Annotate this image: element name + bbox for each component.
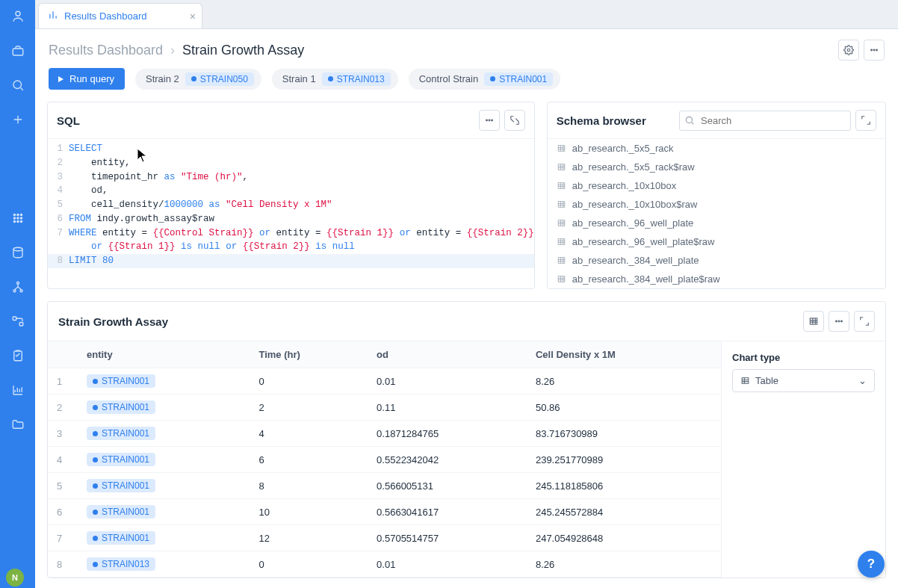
sql-line[interactable]: 6FROM indy.growth_assay$raw: [48, 212, 534, 226]
param-chip[interactable]: Strain 1STRAIN013: [272, 69, 398, 90]
svg-point-14: [13, 290, 16, 292]
svg-point-20: [871, 49, 873, 51]
left-nav-rail: N: [0, 0, 35, 588]
svg-point-5: [20, 214, 22, 215]
schema-item[interactable]: ab_research._96_well_plate$raw: [548, 232, 885, 251]
folder-icon[interactable]: [10, 417, 25, 432]
entity-tag[interactable]: STRAIN001: [87, 400, 155, 414]
svg-rect-28: [558, 164, 565, 170]
entity-tag[interactable]: STRAIN001: [87, 531, 155, 545]
results-expand-button[interactable]: [854, 311, 875, 332]
sql-line[interactable]: 2 entity,: [48, 156, 534, 170]
clipboard-icon[interactable]: [10, 348, 25, 363]
entity-tag[interactable]: STRAIN001: [87, 427, 155, 440]
sql-more-button[interactable]: [479, 110, 500, 131]
sql-line[interactable]: 4 od,: [48, 184, 534, 198]
table-row[interactable]: 8STRAIN01300.018.26: [48, 551, 721, 578]
column-header[interactable]: od: [368, 341, 527, 368]
schema-item[interactable]: ab_research._10x10box: [548, 176, 885, 195]
chart-type-select[interactable]: Table ⌄: [732, 369, 875, 392]
column-header[interactable]: Time (hr): [250, 341, 368, 368]
svg-point-19: [847, 49, 850, 52]
close-icon[interactable]: ×: [190, 10, 196, 22]
svg-point-38: [841, 321, 843, 322]
param-chip[interactable]: Control StrainSTRAIN001: [409, 69, 561, 90]
svg-point-7: [16, 217, 18, 219]
sql-line[interactable]: 7WHERE entity = {{Control Strain}} or en…: [48, 226, 534, 241]
svg-point-10: [16, 220, 18, 222]
sql-expand-button[interactable]: [504, 110, 525, 131]
more-button[interactable]: [864, 40, 885, 61]
schema-item[interactable]: ab_research._5x5_rack: [548, 139, 885, 158]
table-row[interactable]: 4STRAIN00160.5522342042239.251770989: [48, 447, 721, 473]
run-query-button[interactable]: Run query: [49, 68, 125, 90]
sql-editor[interactable]: 1SELECT2 entity,3 timepoint_hr as "Time …: [48, 138, 534, 288]
schema-expand-button[interactable]: [855, 110, 876, 131]
chart-icon[interactable]: [10, 383, 25, 397]
help-button[interactable]: ?: [858, 551, 885, 578]
schema-item[interactable]: ab_research._96_well_plate: [548, 214, 885, 232]
entity-tag[interactable]: STRAIN013: [87, 557, 155, 571]
entity-tag[interactable]: STRAIN001: [87, 479, 155, 492]
column-header[interactable]: entity: [78, 341, 250, 368]
svg-point-26: [686, 117, 692, 123]
sql-line[interactable]: 5 cell_density/1000000 as "Cell Density …: [48, 198, 534, 212]
schema-item[interactable]: ab_research._384_well_plate: [548, 251, 885, 270]
plus-icon[interactable]: [10, 112, 25, 127]
svg-point-15: [20, 290, 22, 292]
column-header[interactable]: Cell Density x 1M: [527, 341, 721, 368]
svg-rect-29: [558, 183, 565, 189]
entity-tag[interactable]: STRAIN013: [322, 72, 391, 86]
sql-line[interactable]: 1SELECT: [48, 142, 534, 156]
bar-chart-icon: [48, 10, 58, 22]
workflow-icon[interactable]: [10, 314, 25, 329]
table-row[interactable]: 3STRAIN00140.187128476583.716730989: [48, 421, 721, 447]
sql-line[interactable]: 8LIMIT 80: [48, 254, 534, 268]
param-label: Strain 1: [282, 73, 316, 84]
svg-point-24: [489, 120, 490, 121]
schema-item[interactable]: ab_research._384_well_plate$raw: [548, 270, 885, 288]
tab-results-dashboard[interactable]: Results Dashboard ×: [38, 3, 202, 28]
chart-type-value: Table: [755, 375, 778, 386]
table-row[interactable]: 7STRAIN001120.5705514757247.054928648: [48, 525, 721, 551]
table-view-button[interactable]: [803, 311, 824, 332]
table-row[interactable]: 2STRAIN00120.1150.86: [48, 394, 721, 421]
database-icon[interactable]: [10, 245, 25, 260]
briefcase-icon[interactable]: [10, 43, 25, 58]
svg-point-8: [20, 217, 22, 219]
sql-line[interactable]: 3 timepoint_hr as "Time (hr)",: [48, 170, 534, 185]
schema-search-input[interactable]: [679, 111, 851, 131]
schema-item[interactable]: ab_research._5x5_rack$raw: [548, 158, 885, 176]
entity-tag[interactable]: STRAIN001: [87, 374, 155, 388]
table-row[interactable]: 1STRAIN00100.018.26: [48, 368, 721, 394]
svg-point-3: [13, 214, 15, 215]
entity-tag[interactable]: STRAIN001: [87, 505, 155, 519]
breadcrumb: Results Dashboard › Strain Growth Assay: [49, 43, 304, 58]
svg-point-2: [13, 81, 22, 89]
home-icon[interactable]: [10, 9, 25, 24]
grid-icon[interactable]: [10, 211, 25, 226]
entity-tag[interactable]: STRAIN001: [87, 453, 155, 466]
param-chip[interactable]: Strain 2STRAIN050: [135, 69, 261, 90]
svg-point-0: [16, 11, 20, 16]
table-row[interactable]: 5STRAIN00180.566005131245.118185806: [48, 473, 721, 499]
svg-rect-39: [742, 378, 749, 384]
breadcrumb-root[interactable]: Results Dashboard: [49, 43, 163, 58]
tree-icon[interactable]: [10, 279, 25, 294]
schema-title: Schema browser: [557, 114, 646, 127]
results-table: entityTime (hr)odCell Density x 1M 1STRA…: [48, 341, 721, 578]
svg-rect-27: [558, 146, 565, 152]
schema-item[interactable]: ab_research._10x10box$raw: [548, 195, 885, 214]
settings-button[interactable]: [838, 40, 859, 61]
search-icon[interactable]: [10, 78, 25, 93]
sql-line[interactable]: or {{Strain 1}} is null or {{Strain 2}} …: [48, 240, 534, 254]
entity-tag[interactable]: STRAIN001: [484, 72, 553, 86]
column-header[interactable]: [48, 341, 78, 368]
svg-point-13: [16, 282, 19, 284]
param-label: Control Strain: [419, 73, 478, 84]
table-row[interactable]: 6STRAIN001100.5663041617245.245572884: [48, 499, 721, 525]
results-more-button[interactable]: [829, 311, 849, 332]
user-avatar[interactable]: N: [6, 569, 24, 587]
entity-tag[interactable]: STRAIN050: [185, 72, 254, 86]
svg-rect-1: [13, 49, 23, 55]
